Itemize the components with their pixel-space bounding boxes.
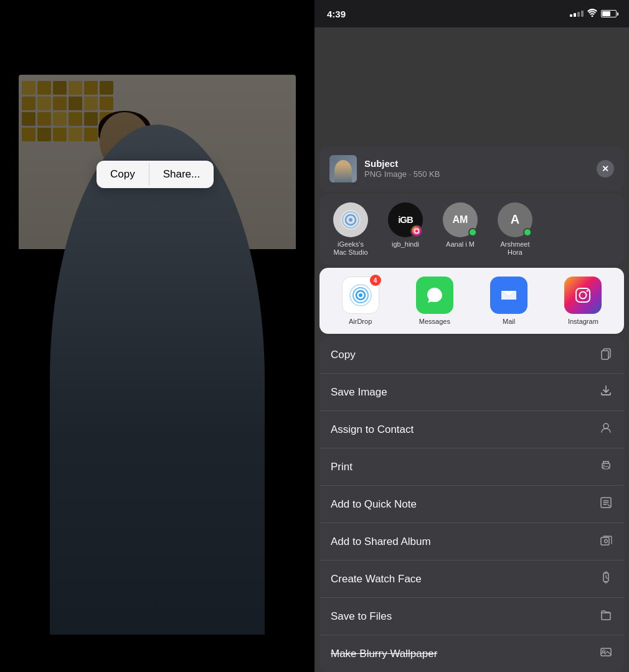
contact-avatar-arshmeet: A	[498, 202, 532, 237]
assign-contact-label: Assign to Contact	[331, 424, 414, 436]
thumbnail	[329, 155, 357, 182]
svg-point-19	[603, 465, 605, 466]
copy-share-popup: Copy Share...	[97, 161, 214, 188]
svg-point-13	[587, 290, 589, 292]
action-make-blurry[interactable]: Make Blurry Wallpaper	[319, 635, 624, 672]
svg-point-5	[417, 229, 419, 230]
add-shared-album-icon	[599, 533, 613, 550]
copy-action-label: Copy	[331, 349, 356, 361]
battery-icon	[601, 10, 617, 17]
save-image-label: Save Image	[331, 386, 387, 399]
contacts-row: iGeeks'sMac Studio iGB igb_hindi AM Aana	[319, 194, 624, 265]
copy-button[interactable]: Copy	[97, 161, 149, 188]
svg-point-3	[349, 218, 352, 222]
add-shared-album-label: Add to Shared Album	[331, 536, 431, 548]
instagram-label: Instagram	[568, 318, 598, 325]
left-panel: Copy Share...	[0, 0, 314, 672]
svg-point-12	[580, 292, 587, 299]
app-item-instagram[interactable]: Instagram	[547, 277, 619, 325]
contact-item-mac-studio[interactable]: iGeeks'sMac Studio	[326, 202, 376, 257]
arshmeet-message-badge	[523, 228, 532, 237]
svg-rect-18	[603, 466, 608, 469]
messages-label: Messages	[419, 318, 450, 325]
messages-app-icon	[416, 277, 453, 314]
header-title: Subject	[364, 158, 440, 169]
svg-point-22	[605, 540, 608, 543]
create-watch-face-icon	[599, 570, 613, 587]
aanal-message-badge	[468, 228, 477, 237]
header-subtitle: PNG Image · 550 KB	[364, 169, 440, 179]
apps-row: 4 AirDrop Messages	[319, 268, 624, 334]
status-bar: 4:39	[314, 0, 629, 27]
contact-avatar-aanal: AM	[443, 202, 478, 237]
action-assign-contact[interactable]: Assign to Contact	[319, 411, 624, 448]
print-icon	[599, 458, 613, 475]
share-sheet-header: Subject PNG Image · 550 KB ✕	[319, 146, 624, 191]
print-label: Print	[331, 461, 352, 473]
contact-avatar-mac-studio	[333, 202, 368, 237]
save-files-icon	[599, 608, 613, 625]
header-left: Subject PNG Image · 550 KB	[329, 155, 440, 182]
contact-avatar-igb: iGB	[388, 202, 423, 237]
add-quick-note-icon	[599, 496, 613, 513]
signal-icon	[570, 11, 584, 17]
svg-point-10	[359, 293, 362, 297]
contact-item-igb-hindi[interactable]: iGB igb_hindi	[381, 202, 430, 257]
action-add-shared-album[interactable]: Add to Shared Album	[319, 523, 624, 561]
actions-list: Copy Save Image Assign to Contact	[319, 336, 624, 672]
svg-rect-15	[602, 351, 608, 359]
instagram-app-icon	[564, 277, 602, 314]
dark-overlay	[0, 0, 314, 672]
app-item-messages[interactable]: Messages	[399, 277, 470, 325]
contact-item-aanal[interactable]: AM Aanal i M	[435, 202, 485, 257]
assign-contact-icon	[599, 421, 613, 438]
app-item-airdrop[interactable]: 4 AirDrop	[324, 277, 396, 325]
mail-app-icon	[490, 277, 527, 314]
action-print[interactable]: Print	[319, 448, 624, 486]
airdrop-badge: 4	[370, 275, 381, 286]
create-watch-face-label: Create Watch Face	[331, 573, 422, 585]
svg-point-16	[603, 424, 608, 428]
action-copy[interactable]: Copy	[319, 336, 624, 374]
header-info: Subject PNG Image · 550 KB	[364, 158, 440, 179]
contact-label-aanal: Aanal i M	[446, 240, 475, 248]
action-save-files[interactable]: Save to Files	[319, 598, 624, 635]
airdrop-app-icon: 4	[342, 277, 379, 314]
instagram-badge	[410, 225, 423, 237]
contact-label-arshmeet: ArshmeetHora	[500, 240, 529, 257]
save-files-label: Save to Files	[331, 610, 392, 623]
contact-label-igb: igb_hindi	[392, 240, 419, 248]
copy-action-icon	[599, 346, 613, 363]
share-button[interactable]: Share...	[149, 161, 214, 188]
action-add-quick-note[interactable]: Add to Quick Note	[319, 486, 624, 523]
save-image-icon	[599, 384, 613, 400]
contact-item-arshmeet[interactable]: A ArshmeetHora	[490, 202, 540, 257]
app-item-mail[interactable]: Mail	[473, 277, 545, 325]
action-create-watch-face[interactable]: Create Watch Face	[319, 561, 624, 598]
make-blurry-icon	[599, 645, 613, 662]
status-time: 4:39	[327, 9, 346, 19]
close-button[interactable]: ✕	[597, 160, 614, 177]
airdrop-label: AirDrop	[349, 318, 372, 325]
mail-label: Mail	[503, 318, 515, 325]
right-panel: 4:39	[314, 0, 629, 672]
close-icon: ✕	[602, 164, 609, 174]
add-quick-note-label: Add to Quick Note	[331, 498, 417, 511]
wifi-icon	[587, 9, 597, 19]
status-icons	[570, 9, 617, 19]
share-sheet: Subject PNG Image · 550 KB ✕	[314, 146, 629, 672]
contact-label-mac-studio: iGeeks'sMac Studio	[333, 240, 367, 257]
make-blurry-label: Make Blurry Wallpaper	[331, 648, 437, 660]
action-save-image[interactable]: Save Image	[319, 374, 624, 411]
